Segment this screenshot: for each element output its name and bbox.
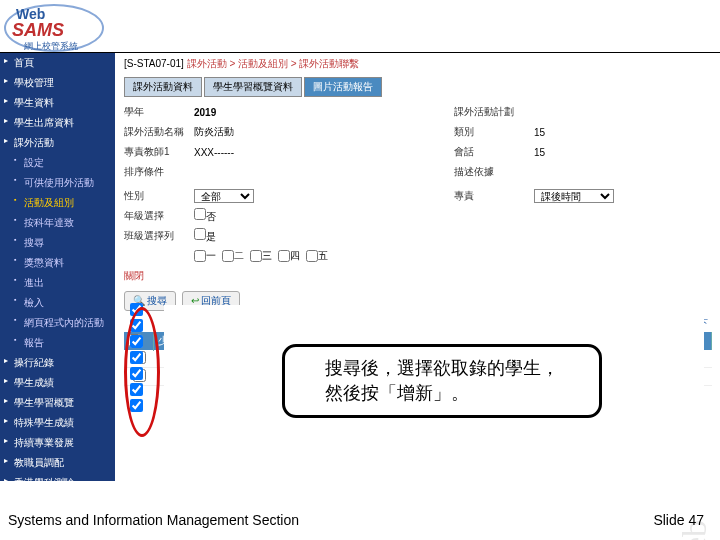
tutor-label: 專責教師1 — [124, 145, 194, 159]
breadcrumb-code: [S-STA07-01] — [124, 58, 184, 69]
row-checkbox[interactable] — [130, 383, 143, 396]
breadcrumb: [S-STA07-01] 課外活動 > 活動及組別 > 課外活動聯繫 — [118, 53, 718, 75]
gender-select[interactable]: 全部 — [194, 189, 254, 203]
sidebar: 首頁學校管理學生資料學生出席資料課外活動設定可供使用外活動活動及組別按科年達致搜… — [0, 53, 115, 481]
breadcrumb-path: 課外活動 > 活動及組別 > 課外活動聯繫 — [187, 58, 360, 69]
tutor-value: XXX------ — [194, 147, 304, 158]
sidebar-item[interactable]: 課外活動 — [0, 133, 115, 153]
gender-label: 性別 — [124, 189, 194, 203]
sidebar-item[interactable]: 學生成績 — [0, 373, 115, 393]
row-checkbox[interactable] — [130, 319, 143, 332]
school-label: 專責 — [454, 189, 534, 203]
col-1[interactable] — [194, 250, 206, 262]
session-label: 會話 — [454, 145, 534, 159]
sidebar-item[interactable]: 進出 — [0, 273, 115, 293]
sidebar-item[interactable]: 學生出席資料 — [0, 113, 115, 133]
form-area: 學年 2019 課外活動計劃 課外活動名稱 防炎活動 類別 15 專責教師1 X… — [118, 99, 718, 287]
checkbox-column-highlight — [130, 300, 143, 415]
row-checkbox[interactable] — [130, 399, 143, 412]
sidebar-item[interactable]: 學校管理 — [0, 73, 115, 93]
sidebar-item[interactable]: 可供使用外活動 — [0, 173, 115, 193]
cat-label: 類別 — [454, 125, 534, 139]
year-value: 2019 — [194, 107, 304, 118]
slide-footer: Web Systems and Information Management S… — [0, 480, 720, 540]
sidebar-item[interactable]: 搜尋 — [0, 233, 115, 253]
yn-no[interactable] — [194, 208, 206, 220]
sidebar-item[interactable]: 特殊學生成績 — [0, 413, 115, 433]
sort-select-label: 描述依據 — [454, 165, 534, 179]
close-link[interactable]: 關閉 — [124, 269, 712, 283]
row-checkbox[interactable] — [130, 351, 143, 364]
level-label: 年級選擇 — [124, 209, 194, 223]
year-label: 學年 — [124, 105, 194, 119]
session-value: 15 — [534, 147, 545, 158]
footer-left: Systems and Information Management Secti… — [8, 512, 299, 528]
tab[interactable]: 圖片活動報告 — [304, 77, 382, 97]
row-checkbox[interactable] — [130, 303, 143, 316]
sidebar-item[interactable]: 檢入 — [0, 293, 115, 313]
col-4[interactable] — [278, 250, 290, 262]
cat-value: 15 — [534, 127, 545, 138]
sidebar-item[interactable]: 活動及組別 — [0, 193, 115, 213]
sidebar-item[interactable]: 報告 — [0, 333, 115, 353]
sidebar-item[interactable]: 學生學習概覽 — [0, 393, 115, 413]
col-3[interactable] — [250, 250, 262, 262]
footer-right: Slide 47 — [653, 512, 704, 528]
sidebar-item[interactable]: 學生資料 — [0, 93, 115, 113]
app-logo: Web SAMS 網上校管系統 — [4, 4, 109, 54]
sort-label: 排序條件 — [124, 165, 194, 179]
col-5[interactable] — [306, 250, 318, 262]
sidebar-item[interactable]: 教職員調配 — [0, 453, 115, 473]
sidebar-item[interactable]: 網頁程式內的活動 — [0, 313, 115, 333]
row-checkbox[interactable] — [130, 335, 143, 348]
sidebar-item[interactable]: 按科年達致 — [0, 213, 115, 233]
plan-label: 課外活動計劃 — [454, 105, 534, 119]
tab[interactable]: 學生學習概覽資料 — [204, 77, 302, 97]
col-2[interactable] — [222, 250, 234, 262]
sidebar-item[interactable]: 持續專業發展 — [0, 433, 115, 453]
act-label: 課外活動名稱 — [124, 125, 194, 139]
sidebar-item[interactable]: 操行紀錄 — [0, 353, 115, 373]
sidebar-item[interactable]: 首頁 — [0, 53, 115, 73]
tabs: 課外活動資料學生學習概覽資料圖片活動報告 — [118, 75, 718, 99]
tab[interactable]: 課外活動資料 — [124, 77, 202, 97]
yn-yes[interactable] — [194, 228, 206, 240]
school-select[interactable]: 課後時間 — [534, 189, 614, 203]
callout-text: 搜尋後，選擇欲取錄的學生， 然後按「增新」。 — [313, 356, 571, 406]
class-label: 班級選擇列 — [124, 229, 194, 243]
act-value: 防炎活動 — [194, 125, 304, 139]
row-checkbox[interactable] — [130, 367, 143, 380]
logo-line2: SAMS — [12, 20, 64, 41]
sidebar-item[interactable]: 設定 — [0, 153, 115, 173]
sidebar-item[interactable]: 獎懲資料 — [0, 253, 115, 273]
instruction-callout: 搜尋後，選擇欲取錄的學生， 然後按「增新」。 — [282, 344, 602, 418]
